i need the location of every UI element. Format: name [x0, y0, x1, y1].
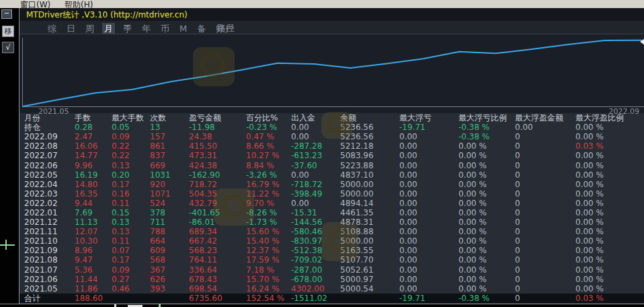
cell: 0.00 — [399, 236, 458, 246]
cell: 0 — [515, 227, 575, 236]
menu-tab-9[interactable]: 备 — [197, 23, 206, 34]
menu-path-label[interactable]: 路径 — [217, 22, 235, 34]
cell: 0.00 — [291, 170, 340, 180]
menu-tab-4[interactable]: 月 — [102, 23, 115, 34]
cell: 2021.05 — [19, 284, 75, 294]
cell: 0.16 — [112, 189, 150, 199]
cell: 0.00 % — [458, 284, 515, 294]
menu-tab-1[interactable]: 综 — [48, 23, 56, 34]
cell: 0.00 % — [575, 208, 644, 217]
os-menu-window[interactable]: 窗口(W) — [20, 0, 50, 8]
cell: 8.96 — [75, 246, 112, 255]
menu-tab-5[interactable]: 季 — [123, 23, 132, 34]
cell: -162.90 — [189, 170, 246, 180]
cell: 0.15 — [112, 208, 150, 217]
column-header: 月份 — [19, 113, 75, 123]
cell: 11.86 — [75, 284, 112, 294]
cell: 0.00 % — [458, 217, 515, 227]
cell: 0.00 % — [458, 170, 515, 180]
cell: 0.17 — [112, 255, 150, 265]
taskbar-sliver — [0, 304, 644, 307]
cell: 0.00 % — [575, 170, 644, 180]
cell: 0.03 % — [575, 294, 644, 303]
cell: -3.26 % — [246, 170, 291, 180]
menu-tab-2[interactable]: 日 — [67, 23, 75, 34]
table-row: 2022.0516.190.201031-162.90-3.26 %0.0048… — [19, 170, 644, 180]
cell: 13 — [150, 123, 189, 132]
cell: -11.98 — [189, 123, 246, 132]
cell: 5000.00 — [340, 180, 399, 189]
cell: 0.07 — [112, 246, 150, 255]
cell: 837 — [150, 151, 189, 160]
cell: 2021.08 — [19, 255, 75, 265]
cell: -287.00 — [291, 265, 340, 275]
cell: 0.00 — [399, 180, 458, 189]
cell: 0.00 % — [575, 123, 644, 132]
cell: 6735.60 — [189, 294, 246, 303]
menu-tab-8[interactable]: M — [179, 23, 187, 34]
cell: 2021.06 — [19, 275, 75, 284]
cell: 0.00 — [399, 151, 458, 160]
cell: 152.54 % — [246, 294, 291, 303]
cell: 0 — [515, 284, 575, 294]
menu-tab-7[interactable]: 币 — [161, 23, 169, 34]
cell: 0.13 — [112, 161, 150, 170]
cell: 24.38 — [189, 132, 246, 141]
cell: 5223.88 — [340, 161, 399, 170]
cell: 157 — [150, 132, 189, 141]
cell: 0.00 — [399, 199, 458, 208]
cell: 2022.09 — [19, 132, 75, 141]
cell: -37.60 — [291, 161, 340, 170]
chart-right-marker-icon — [640, 38, 644, 45]
os-menu-help[interactable]: 帮助(H) — [65, 0, 93, 8]
cell: 0.09 — [112, 265, 150, 275]
cell: 0.00 % — [458, 227, 515, 236]
cell: 0 — [515, 161, 575, 170]
cell: 9.96 — [75, 161, 112, 170]
cell: 2022.06 — [19, 161, 75, 170]
cell: 0.00 % — [458, 189, 515, 199]
cell: 7.69 — [75, 208, 112, 217]
cell: 2021.11 — [19, 227, 75, 236]
cell: 0.00 — [399, 170, 458, 180]
cell: 0 — [515, 208, 575, 217]
cell: 0.13 — [112, 217, 150, 227]
cell: 0.00 — [399, 246, 458, 255]
cell: 5052.61 — [340, 265, 399, 275]
cell: 0.00 % — [575, 189, 644, 199]
cell: -15.31 — [291, 208, 340, 217]
cell: -613.23 — [291, 151, 340, 160]
cell: 0.00 % — [575, 236, 644, 246]
cell: 8.84 % — [246, 161, 291, 170]
cell: -718.72 — [291, 180, 340, 189]
crosshair-marker — [5, 240, 7, 250]
cell: 0.00 % — [575, 217, 644, 227]
table-row: 2022.0316.350.161071504.3511.22 %-398.49… — [19, 189, 644, 199]
column-header: 次数 — [150, 113, 189, 123]
cell: 15.70 % — [246, 275, 291, 284]
move-tool-icon[interactable]: 移 — [2, 26, 14, 37]
table-body: 持仓0.280.0513-11.98-0.23 %0.005236.56-19.… — [19, 123, 644, 303]
menu-tab-6[interactable]: 年 — [142, 23, 151, 34]
menu-tab-3[interactable]: 周 — [85, 23, 94, 34]
cell: 920 — [150, 180, 189, 189]
cell: 2022.03 — [19, 189, 75, 199]
cell: 2022.05 — [19, 170, 75, 180]
cell: 0 — [515, 246, 575, 255]
column-header: 盈亏金额 — [189, 113, 246, 123]
window-title: MTDriver统计 ,V3.10 (http://mtdriver.cn) — [26, 9, 188, 21]
cell: 17.59 % — [246, 255, 291, 265]
app-screen: 窗口(W) 帮助(H) − 移 √ MTDriver统计 ,V3.10 (htt… — [0, 0, 644, 307]
minimize-button[interactable]: − — [1, 9, 12, 19]
cell: 0.00 — [399, 265, 458, 275]
title-bar: MTDriver统计 ,V3.10 (http://mtdriver.cn) — [19, 8, 644, 21]
check-tool-icon[interactable]: √ — [2, 42, 14, 53]
cell: 2.47 — [75, 132, 112, 141]
cell: 0.00 % — [575, 199, 644, 208]
watermark — [193, 47, 235, 86]
cell: 0.00 % — [458, 161, 515, 170]
cell: 0 — [515, 275, 575, 284]
table-row: 2021.075.360.09367336.647.18 %-287.00505… — [19, 265, 644, 275]
cell: 0.00 % — [575, 132, 644, 141]
crosshair-marker — [0, 244, 15, 246]
